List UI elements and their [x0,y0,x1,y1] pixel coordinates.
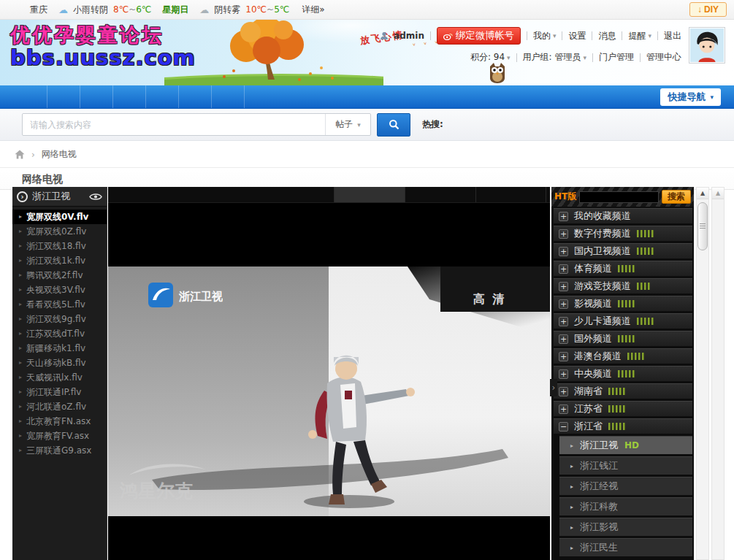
expand-toggle-icon[interactable]: − [559,422,568,431]
player-tab[interactable] [405,187,475,202]
expand-toggle-icon[interactable]: + [559,299,568,309]
nav-item[interactable] [212,85,245,108]
channel-search-button[interactable]: 搜索 [662,190,691,204]
expand-toggle-icon[interactable]: + [559,229,568,239]
channel-category-row[interactable]: −浙江省 [554,418,692,434]
expand-toggle-icon[interactable]: + [559,404,568,414]
avatar[interactable] [689,27,725,64]
source-item[interactable]: ▸浙江联通IP.flv [12,385,107,399]
triangle-bullet-icon: ▸ [19,253,22,268]
header-menu-item[interactable]: 退出 [664,30,681,42]
nav-item[interactable] [80,85,113,108]
weather-today-desc: 小雨转阴 [73,4,108,16]
channel-item[interactable]: ▸浙江民生 [559,538,692,556]
channel-item[interactable]: ▸浙江卫视HD [559,436,692,454]
expand-toggle-icon[interactable]: + [559,212,568,221]
nav-item[interactable] [146,85,179,108]
channel-category-row[interactable]: +港澳台频道 [554,348,692,364]
channel-category-row[interactable]: +影视频道 [554,296,692,311]
expand-toggle-icon[interactable]: + [559,369,568,379]
expand-toggle-icon[interactable]: + [559,264,568,274]
bind-weibo-button[interactable]: 绑定微博帐号 [437,27,521,45]
nav-item[interactable] [113,85,146,108]
search-scope-select[interactable]: 帖子▾ [325,114,370,135]
channel-category-row[interactable]: +我的收藏频道 [554,208,692,223]
weather-detail-link[interactable]: 详细» [302,4,324,16]
source-item[interactable]: ▸宽屏双线0Z.flv [12,224,107,239]
header-menu-item[interactable]: 积分: 94▾ [470,51,511,64]
channel-category-row[interactable]: +国内卫视频道 [554,243,692,258]
user-box: admin 绑定微博帐号 我的▾设置消息提醒▾退出 积分: 94▾用户组: 管理… [380,27,725,70]
channel-category-row[interactable]: +少儿卡通频道 [554,313,692,329]
channel-search-input[interactable] [579,191,659,203]
nav-item[interactable] [15,85,47,108]
breadcrumb-current[interactable]: 网络电视 [42,148,77,161]
expand-toggle-icon[interactable]: + [559,282,568,291]
expand-toggle-icon[interactable]: + [559,387,568,396]
home-icon[interactable] [15,150,25,159]
expand-toggle-icon[interactable]: + [559,317,568,326]
channel-category-row[interactable]: +游戏竞技频道 [554,278,692,294]
chevron-down-icon: ▾ [553,32,557,39]
player-tab[interactable] [475,187,546,202]
source-item[interactable]: ▸三屏联通G9.asx [12,443,107,458]
scroll-up-arrow[interactable]: ▲ [712,188,724,199]
channel-item[interactable]: ▸浙江影视 [559,518,692,536]
channel-item[interactable]: ▸浙江钱江 [559,456,692,475]
source-item[interactable]: ▸天威视讯lx.flv [12,370,107,385]
channel-category-row[interactable]: +体育频道 [554,261,692,276]
search-input[interactable] [23,120,325,130]
weather-today-temps: 8℃~6℃ [113,4,151,15]
site-banner: 优优孕婴童论坛 bbs.uussz.com 放飞心情 ᵛ ᵛ ᵛ [0,20,734,85]
scroll-up-arrow[interactable]: ▲ [697,188,708,199]
signal-bars [637,248,654,255]
username[interactable]: admin [380,31,424,41]
version-label: HT版 [554,191,576,203]
header-menu-item[interactable]: 我的▾ [533,30,557,42]
source-item[interactable]: ▸央视双线3V.flv [12,283,107,297]
triangle-bullet-icon: ▸ [19,341,22,356]
circle-arrow-icon[interactable]: › [17,191,28,202]
triangle-bullet-icon: ▸ [19,312,22,326]
header-menu-item[interactable]: 用户组: 管理员▾ [523,51,586,64]
scrollbar-thumb[interactable] [697,202,708,250]
source-item[interactable]: ▸天山移动kB.flv [12,356,107,370]
channel-category-row[interactable]: +江苏省 [554,401,692,416]
search-button[interactable] [377,113,410,137]
source-item[interactable]: ▸新疆移动k1.flv [12,341,107,356]
expand-toggle-icon[interactable]: + [559,247,568,256]
header-menu-item[interactable]: 门户管理 [599,51,634,64]
diy-button[interactable]: ↓DIY [689,2,727,17]
source-item[interactable]: ▸看看双线5L.flv [12,297,107,312]
source-item[interactable]: ▸宽屏教育FV.asx [12,429,107,443]
header-menu-item[interactable]: 设置 [568,30,586,42]
chevron-down-icon: ▾ [507,54,511,61]
source-item[interactable]: ▸浙江双线9g.flv [12,312,107,326]
eye-icon[interactable] [89,193,102,201]
quick-nav-button[interactable]: 快捷导航▾ [660,88,721,106]
channel-category-row[interactable]: +湖南省 [554,383,692,399]
header-menu-item[interactable]: 提醒▾ [628,30,651,42]
source-item[interactable]: ▸腾讯双线2f.flv [12,268,107,283]
source-item[interactable]: ▸浙江双线18.flv [12,239,107,253]
nav-item[interactable] [47,85,80,108]
header-menu-item[interactable]: 管理中心 [646,51,681,64]
channel-item[interactable]: ▸浙江科教 [559,497,692,515]
expand-toggle-icon[interactable]: + [559,352,568,361]
channel-category-row[interactable]: +中央频道 [554,366,692,381]
video-surface[interactable]: 浙江卫视 高清 鸿星尔克 [108,266,550,516]
source-item[interactable]: ▸河北联通oZ.flv [12,399,107,414]
header-menu-item[interactable]: 消息 [598,30,616,42]
source-item[interactable]: ▸浙江双线1k.flv [12,253,107,268]
expand-toggle-icon[interactable]: + [559,334,568,344]
player-tab[interactable] [334,187,405,202]
source-item[interactable]: ▸北京教育FN.asx [12,414,107,429]
channel-category-row[interactable]: +数字付费频道 [554,226,692,241]
panel-collapse-handle[interactable]: › [550,379,557,396]
source-item[interactable]: ▸宽屏双线0V.flv [12,210,107,224]
channel-item[interactable]: ▸浙江经视 [559,477,692,495]
signal-bars [637,283,650,290]
nav-item[interactable] [179,85,212,108]
channel-category-row[interactable]: +国外频道 [554,331,692,346]
source-item[interactable]: ▸江苏双线dT.flv [12,326,107,341]
